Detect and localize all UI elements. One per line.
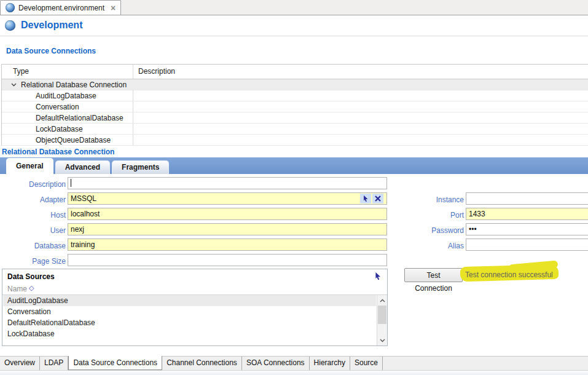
instance-label: Instance (402, 194, 464, 206)
pointer-icon[interactable] (374, 272, 382, 282)
host-label: Host (3, 209, 66, 221)
tab-advanced[interactable]: Advanced (55, 160, 110, 174)
detail-tabbar: General Advanced Fragments (0, 157, 588, 174)
page-header: Development (5, 20, 82, 31)
list-item[interactable]: Conversation (3, 306, 376, 317)
section-title-relational-database-connection: Relational Database Connection (2, 148, 114, 156)
chevron-up-icon (380, 299, 385, 302)
bottom-tab-source[interactable]: Source (350, 357, 383, 370)
adapter-field[interactable] (68, 192, 387, 205)
tree-row[interactable]: AuditLogDatabase (2, 90, 588, 101)
port-label: Port (402, 209, 464, 221)
sort-diamond-icon[interactable]: ◇ (29, 284, 34, 292)
tree-group-label: Relational Database Connection (21, 81, 127, 89)
user-label: User (3, 224, 66, 237)
description-column-header[interactable]: Description (138, 67, 175, 76)
page-size-field[interactable] (68, 254, 387, 266)
pointer-icon (363, 195, 369, 202)
database-field[interactable] (68, 239, 387, 251)
list-item[interactable]: LockDatabase (3, 328, 376, 339)
adapter-picker-button[interactable] (360, 194, 371, 203)
editor-tabbar: Development.environment × (0, 0, 588, 15)
globe-icon (6, 3, 15, 12)
page-size-label: Page Size (3, 255, 66, 267)
bottom-tab-data-source-connections[interactable]: Data Source Connections (68, 356, 162, 370)
type-column-header[interactable]: Type (13, 67, 29, 76)
description-field[interactable] (68, 177, 387, 189)
scroll-thumb[interactable] (378, 306, 386, 324)
port-field[interactable] (466, 208, 588, 220)
page-title: Development (21, 20, 82, 31)
connections-table: Type Description Relational Database Con… (1, 64, 588, 146)
tree-row[interactable]: DefaultRelationalDatabase (2, 112, 588, 124)
data-sources-title: Data Sources (7, 272, 55, 281)
alias-field[interactable] (466, 239, 588, 251)
bottom-tab-channel-connections[interactable]: Channel Connections (162, 357, 242, 370)
globe-icon (5, 20, 15, 31)
tree-row[interactable]: LockDatabase (2, 124, 588, 135)
tree-row-label: AuditLogDatabase (36, 92, 96, 100)
bottom-status-strip (0, 370, 588, 375)
environment-editor: Development.environment × Development Da… (0, 0, 588, 375)
tree-row[interactable]: Conversation (2, 101, 588, 112)
bottom-tab-soa-connections[interactable]: SOA Connections (242, 357, 310, 370)
editor-tab-title: Development.environment (18, 4, 104, 12)
data-sources-list: AuditLogDatabase Conversation DefaultRel… (3, 295, 376, 339)
data-sources-panel: Data Sources Name ◇ AuditLogDatabase Con… (2, 269, 388, 346)
chevron-down-icon (380, 339, 385, 342)
text-caret (71, 179, 71, 187)
adapter-clear-button[interactable] (372, 194, 383, 203)
host-field[interactable] (68, 208, 387, 220)
scroll-up-button[interactable] (377, 296, 387, 305)
name-column-header[interactable]: Name (7, 285, 27, 293)
tree-group-row[interactable]: Relational Database Connection (2, 79, 588, 90)
scroll-down-button[interactable] (377, 336, 387, 345)
tab-fragments[interactable]: Fragments (112, 160, 169, 174)
alias-label: Alias (402, 240, 464, 252)
header-divider (0, 36, 588, 36)
tree-row-label: Conversation (36, 103, 79, 111)
tab-general[interactable]: General (6, 158, 53, 174)
tree-row-label: ObjectQueueDatabase (36, 136, 111, 144)
password-label: Password (402, 224, 464, 237)
connections-table-header: Type Description (2, 65, 588, 79)
bottom-tab-overview[interactable]: Overview (0, 357, 40, 370)
bottom-tab-ldap[interactable]: LDAP (40, 357, 68, 370)
scrollbar[interactable] (377, 295, 387, 345)
password-field[interactable] (466, 223, 588, 235)
list-item[interactable]: AuditLogDatabase (3, 295, 376, 306)
user-field[interactable] (68, 223, 387, 235)
bottom-tabbar: Overview LDAP Data Source Connections Ch… (0, 356, 588, 370)
section-title-data-source-connections: Data Source Connections (6, 47, 96, 55)
editor-tab-development-environment[interactable]: Development.environment × (0, 0, 121, 15)
tree-row[interactable]: ObjectQueueDatabase (2, 135, 588, 146)
test-result-message: Test connection successful (465, 270, 553, 279)
close-icon[interactable]: × (111, 4, 116, 12)
database-label: Database (3, 240, 66, 252)
clear-x-icon (375, 195, 381, 202)
tree-row-label: DefaultRelationalDatabase (36, 114, 123, 122)
list-item[interactable]: DefaultRelationalDatabase (3, 317, 376, 328)
bottom-tab-hierarchy[interactable]: Hierarchy (310, 357, 350, 370)
test-connection-button[interactable]: Test Connection (404, 268, 463, 282)
description-label: Description (3, 178, 66, 191)
adapter-label: Adapter (3, 194, 66, 206)
tree-row-label: LockDatabase (36, 125, 83, 133)
instance-field[interactable] (466, 192, 588, 205)
chevron-down-icon[interactable] (11, 83, 17, 87)
